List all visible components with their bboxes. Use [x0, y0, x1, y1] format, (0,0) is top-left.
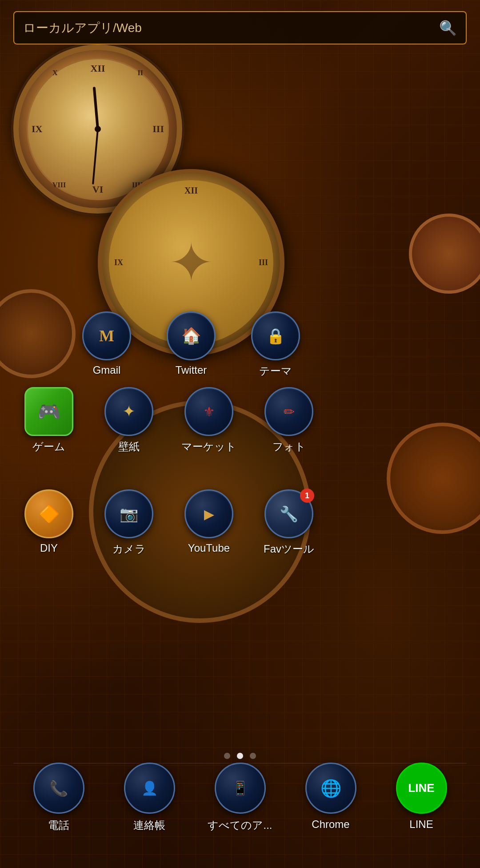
diy-label: DIY: [40, 542, 58, 554]
market-label: マーケット: [181, 440, 236, 454]
app-photo[interactable]: ✏ フォト: [253, 387, 324, 454]
app-row-3: 🔶 DIY 📷 カメラ ▶ YouTube 🔧 1 Favツール: [13, 489, 324, 556]
photo-label: フォト: [272, 440, 306, 454]
app-wallpaper[interactable]: ✦ 壁紙: [93, 387, 164, 454]
search-bar[interactable]: ローカルアプリ/Web 🔍: [13, 11, 467, 44]
favtool-icon: 🔧 1: [264, 489, 313, 538]
twitter-icon: 🏠: [167, 311, 216, 360]
game-icon: 🎮: [24, 387, 73, 436]
phone-icon: 📞: [33, 763, 84, 814]
photo-icon: ✏: [264, 387, 313, 436]
diy-icon: 🔶: [24, 489, 73, 538]
chrome-icon: 🌐: [305, 763, 356, 814]
line-label: LINE: [409, 818, 433, 831]
app-game[interactable]: 🎮 ゲーム: [13, 387, 84, 454]
app-row-2: 🎮 ゲーム ✦ 壁紙 ⚜ マーケット ✏ フォト: [13, 387, 324, 454]
phone-label: 電話: [48, 818, 69, 832]
search-input-display: ローカルアプリ/Web: [23, 20, 439, 36]
game-label: ゲーム: [32, 440, 65, 454]
app-twitter[interactable]: 🏠 Twitter: [156, 311, 227, 376]
app-theme[interactable]: 🔒 テーマ: [240, 311, 311, 378]
wallpaper-label: 壁紙: [118, 440, 140, 454]
gmail-icon: M: [82, 311, 131, 360]
contacts-icon: 👤: [124, 763, 175, 814]
app-gmail[interactable]: M Gmail: [71, 311, 142, 376]
camera-label: カメラ: [112, 542, 146, 556]
compass-star: ✦: [169, 236, 214, 289]
clock-center: [95, 126, 101, 132]
youtube-icon: ▶: [184, 489, 233, 538]
favtool-label: Favツール: [264, 542, 314, 556]
app-favtool[interactable]: 🔧 1 Favツール: [253, 489, 324, 556]
twitter-label: Twitter: [176, 364, 207, 376]
app-diy[interactable]: 🔶 DIY: [13, 489, 84, 554]
allapps-label: すべてのア...: [208, 818, 272, 832]
app-market[interactable]: ⚜ マーケット: [173, 387, 244, 454]
camera-icon: 📷: [104, 489, 153, 538]
clock-hour-hand: [93, 87, 99, 129]
app-youtube[interactable]: ▶ YouTube: [173, 489, 244, 554]
favtool-badge: 1: [300, 489, 314, 503]
dock-contacts[interactable]: 👤 連絡帳: [112, 763, 187, 832]
theme-label: テーマ: [259, 364, 292, 378]
app-camera[interactable]: 📷 カメラ: [93, 489, 164, 556]
clock-minute-hand: [92, 129, 99, 185]
market-icon: ⚜: [184, 387, 233, 436]
app-dock: 📞 電話 👤 連絡帳 📱 すべてのア... 🌐 Chrome LINE LINE: [0, 754, 480, 832]
dock-phone[interactable]: 📞 電話: [21, 763, 96, 832]
contacts-label: 連絡帳: [133, 818, 165, 832]
clock-face: XII III VI IX II X IIII VIII: [27, 58, 169, 200]
wallpaper-icon: ✦: [104, 387, 153, 436]
theme-icon: 🔒: [251, 311, 300, 360]
line-icon: LINE: [396, 763, 447, 814]
dock-chrome[interactable]: 🌐 Chrome: [293, 763, 368, 831]
app-row-1: M Gmail 🏠 Twitter 🔒 テーマ: [71, 311, 311, 378]
dock-allapps[interactable]: 📱 すべてのア...: [202, 763, 278, 832]
search-icon[interactable]: 🔍: [439, 20, 457, 36]
youtube-label: YouTube: [188, 542, 230, 554]
dock-line[interactable]: LINE LINE: [384, 763, 459, 831]
gmail-label: Gmail: [93, 364, 121, 376]
allapps-icon: 📱: [215, 763, 266, 814]
chrome-label: Chrome: [312, 818, 349, 831]
